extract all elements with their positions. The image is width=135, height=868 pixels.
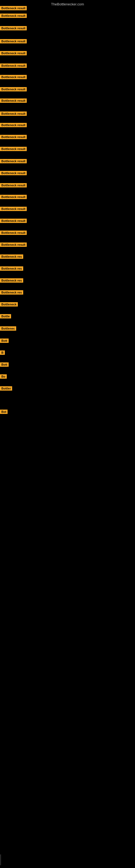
badge-row-24: Bottleneck res xyxy=(0,290,23,296)
badge-row-31: Bo xyxy=(0,374,7,380)
badge-row-21: Bottleneck res xyxy=(0,254,23,260)
badge-row-17: Bottleneck result xyxy=(0,207,27,212)
badge-row-4: Bottleneck result xyxy=(0,51,27,56)
badge-row-10: Bottleneck result xyxy=(0,123,27,128)
bottleneck-badge-10: Bottleneck result xyxy=(0,123,27,127)
bottleneck-badge-14: Bottleneck result xyxy=(0,171,27,175)
badge-row-33: Bot xyxy=(0,410,8,415)
bottleneck-badge-29: B xyxy=(0,350,5,355)
bottleneck-badge-31: Bo xyxy=(0,374,7,379)
badge-row-28: Bott xyxy=(0,339,9,344)
bottleneck-badge-25: Bottleneck xyxy=(0,302,18,307)
bottleneck-badge-19: Bottleneck result xyxy=(0,230,27,235)
bottleneck-badge-12: Bottleneck result xyxy=(0,147,27,151)
bottleneck-badge-22: Bottleneck res xyxy=(0,267,23,271)
badge-row-6: Bottleneck result xyxy=(0,75,27,80)
bottleneck-badge-15: Bottleneck result xyxy=(0,183,27,187)
badge-row-30: Bott xyxy=(0,362,9,368)
badge-row-20: Bottleneck result xyxy=(0,243,27,248)
badge-row-7: Bottleneck result xyxy=(0,87,27,93)
bottleneck-badge-24: Bottleneck res xyxy=(0,290,23,294)
badge-row-26: Bottle xyxy=(0,314,11,319)
bottleneck-badge-2: Bottleneck result xyxy=(0,26,27,30)
bottleneck-badge-9: Bottleneck result xyxy=(0,112,27,116)
bottleneck-badge-0: Bottleneck result xyxy=(0,6,27,10)
badge-row-0: Bottleneck result xyxy=(0,6,27,11)
bottleneck-badge-7: Bottleneck result xyxy=(0,87,27,91)
badge-row-2: Bottleneck result xyxy=(0,26,27,31)
bottleneck-badge-33: Bot xyxy=(0,410,8,414)
bottleneck-badge-3: Bottleneck result xyxy=(0,39,27,43)
badge-row-1: Bottleneck result xyxy=(0,13,27,19)
badge-row-11: Bottleneck result xyxy=(0,135,27,140)
badge-row-8: Bottleneck result xyxy=(0,98,27,104)
bottleneck-badge-4: Bottleneck result xyxy=(0,51,27,55)
badge-row-19: Bottleneck result xyxy=(0,230,27,236)
bottleneck-badge-20: Bottleneck result xyxy=(0,243,27,247)
badge-row-27: Bottlenec xyxy=(0,326,16,332)
bottleneck-badge-6: Bottleneck result xyxy=(0,75,27,79)
badge-row-25: Bottleneck xyxy=(0,302,18,308)
badge-row-9: Bottleneck result xyxy=(0,112,27,117)
badge-row-14: Bottleneck result xyxy=(0,171,27,176)
bottleneck-badge-26: Bottle xyxy=(0,314,11,318)
bottleneck-badge-32: Bottler xyxy=(0,386,12,391)
bottleneck-badge-28: Bott xyxy=(0,339,9,343)
badge-row-32: Bottler xyxy=(0,386,12,392)
bottleneck-badge-30: Bott xyxy=(0,362,9,367)
badge-row-22: Bottleneck res xyxy=(0,267,23,272)
badge-row-15: Bottleneck result xyxy=(0,183,27,188)
bottleneck-badge-8: Bottleneck result xyxy=(0,98,27,103)
bottleneck-badge-1: Bottleneck result xyxy=(0,13,27,18)
bottleneck-badge-16: Bottleneck result xyxy=(0,195,27,199)
badge-row-29: B xyxy=(0,350,5,356)
bottleneck-badge-17: Bottleneck result xyxy=(0,207,27,211)
badge-row-5: Bottleneck result xyxy=(0,63,27,69)
badge-row-12: Bottleneck result xyxy=(0,147,27,152)
badge-row-18: Bottleneck result xyxy=(0,219,27,224)
badge-row-13: Bottleneck result xyxy=(0,159,27,164)
badge-row-23: Bottleneck res xyxy=(0,278,23,284)
bottleneck-badge-27: Bottlenec xyxy=(0,326,16,331)
bottleneck-badge-18: Bottleneck result xyxy=(0,219,27,223)
bottleneck-badge-5: Bottleneck result xyxy=(0,63,27,68)
badge-row-16: Bottleneck result xyxy=(0,195,27,200)
bottleneck-badge-23: Bottleneck res xyxy=(0,278,23,283)
bottleneck-badge-11: Bottleneck result xyxy=(0,135,27,139)
bottleneck-badge-21: Bottleneck res xyxy=(0,254,23,259)
badge-row-3: Bottleneck result xyxy=(0,39,27,44)
bottleneck-badge-13: Bottleneck result xyxy=(0,159,27,163)
